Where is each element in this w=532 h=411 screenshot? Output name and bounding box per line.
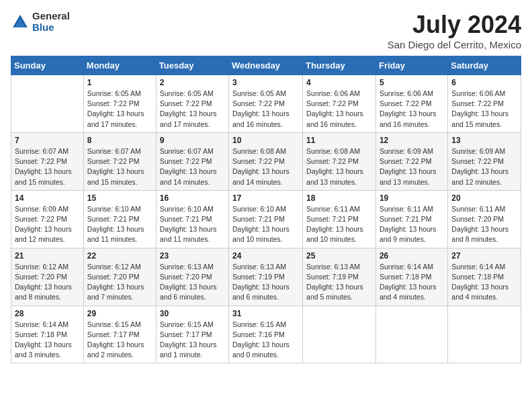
day-info: Sunrise: 6:09 AMSunset: 7:22 PMDaylight:… bbox=[451, 146, 517, 187]
day-number: 14 bbox=[15, 193, 80, 203]
day-number: 22 bbox=[87, 251, 152, 261]
day-number: 21 bbox=[15, 251, 80, 261]
calendar-cell: 27Sunrise: 6:14 AMSunset: 7:18 PMDayligh… bbox=[448, 248, 521, 306]
day-number: 9 bbox=[160, 136, 225, 145]
calendar-cell: 5Sunrise: 6:06 AMSunset: 7:22 PMDaylight… bbox=[375, 75, 447, 133]
day-number: 16 bbox=[160, 193, 225, 203]
day-number: 10 bbox=[232, 136, 299, 145]
calendar-cell: 22Sunrise: 6:12 AMSunset: 7:20 PMDayligh… bbox=[83, 248, 156, 306]
calendar-cell: 20Sunrise: 6:11 AMSunset: 7:20 PMDayligh… bbox=[448, 190, 521, 248]
day-info: Sunrise: 6:14 AMSunset: 7:18 PMDaylight:… bbox=[451, 262, 517, 303]
day-info: Sunrise: 6:15 AMSunset: 7:17 PMDaylight:… bbox=[160, 320, 225, 361]
day-number: 31 bbox=[232, 309, 299, 318]
day-info: Sunrise: 6:11 AMSunset: 7:20 PMDaylight:… bbox=[451, 204, 517, 245]
day-number: 3 bbox=[232, 78, 299, 87]
day-number: 25 bbox=[306, 251, 372, 261]
calendar-cell: 9Sunrise: 6:07 AMSunset: 7:22 PMDaylight… bbox=[156, 132, 228, 190]
calendar-week-row: 7Sunrise: 6:07 AMSunset: 7:22 PMDaylight… bbox=[11, 132, 521, 190]
day-number: 17 bbox=[232, 193, 299, 203]
day-info: Sunrise: 6:11 AMSunset: 7:21 PMDaylight:… bbox=[380, 204, 444, 245]
calendar-cell: 11Sunrise: 6:08 AMSunset: 7:22 PMDayligh… bbox=[303, 132, 376, 190]
month-year: July 2024 bbox=[388, 11, 521, 39]
day-info: Sunrise: 6:08 AMSunset: 7:22 PMDaylight:… bbox=[306, 146, 372, 187]
day-info: Sunrise: 6:13 AMSunset: 7:19 PMDaylight:… bbox=[306, 262, 372, 303]
calendar-header-wednesday: Wednesday bbox=[229, 56, 303, 75]
calendar-header-monday: Monday bbox=[83, 56, 156, 75]
day-info: Sunrise: 6:10 AMSunset: 7:21 PMDaylight:… bbox=[87, 204, 152, 245]
day-info: Sunrise: 6:15 AMSunset: 7:16 PMDaylight:… bbox=[232, 320, 299, 361]
day-info: Sunrise: 6:06 AMSunset: 7:22 PMDaylight:… bbox=[380, 89, 444, 130]
day-number: 12 bbox=[380, 136, 444, 145]
calendar-header-saturday: Saturday bbox=[448, 56, 521, 75]
day-number: 20 bbox=[451, 193, 517, 203]
calendar-cell: 21Sunrise: 6:12 AMSunset: 7:20 PMDayligh… bbox=[11, 248, 84, 306]
day-number: 29 bbox=[87, 309, 152, 318]
calendar-cell: 16Sunrise: 6:10 AMSunset: 7:21 PMDayligh… bbox=[156, 190, 228, 248]
location: San Diego del Cerrito, Mexico bbox=[388, 39, 521, 50]
day-info: Sunrise: 6:09 AMSunset: 7:22 PMDaylight:… bbox=[15, 204, 80, 245]
day-number: 11 bbox=[306, 136, 372, 145]
calendar-cell: 1Sunrise: 6:05 AMSunset: 7:22 PMDaylight… bbox=[83, 75, 156, 133]
calendar-cell: 31Sunrise: 6:15 AMSunset: 7:16 PMDayligh… bbox=[229, 306, 303, 363]
day-number: 2 bbox=[160, 78, 225, 87]
day-info: Sunrise: 6:06 AMSunset: 7:22 PMDaylight:… bbox=[306, 89, 372, 130]
day-number: 23 bbox=[160, 251, 225, 261]
calendar-cell: 8Sunrise: 6:07 AMSunset: 7:22 PMDaylight… bbox=[83, 132, 156, 190]
calendar-cell: 4Sunrise: 6:06 AMSunset: 7:22 PMDaylight… bbox=[303, 75, 376, 133]
day-number: 27 bbox=[451, 251, 517, 261]
day-info: Sunrise: 6:07 AMSunset: 7:22 PMDaylight:… bbox=[160, 146, 225, 187]
day-number: 1 bbox=[87, 78, 152, 87]
calendar-header-thursday: Thursday bbox=[303, 56, 376, 75]
day-info: Sunrise: 6:11 AMSunset: 7:21 PMDaylight:… bbox=[306, 204, 372, 245]
calendar-cell: 7Sunrise: 6:07 AMSunset: 7:22 PMDaylight… bbox=[11, 132, 84, 190]
day-info: Sunrise: 6:07 AMSunset: 7:22 PMDaylight:… bbox=[15, 146, 80, 187]
calendar-cell: 25Sunrise: 6:13 AMSunset: 7:19 PMDayligh… bbox=[303, 248, 376, 306]
day-number: 15 bbox=[87, 193, 152, 203]
day-info: Sunrise: 6:05 AMSunset: 7:22 PMDaylight:… bbox=[232, 89, 299, 130]
day-info: Sunrise: 6:13 AMSunset: 7:19 PMDaylight:… bbox=[232, 262, 299, 303]
day-number: 18 bbox=[306, 193, 372, 203]
calendar-cell: 17Sunrise: 6:10 AMSunset: 7:21 PMDayligh… bbox=[229, 190, 303, 248]
calendar-week-row: 28Sunrise: 6:14 AMSunset: 7:18 PMDayligh… bbox=[11, 306, 521, 363]
day-number: 8 bbox=[87, 136, 152, 145]
day-info: Sunrise: 6:10 AMSunset: 7:21 PMDaylight:… bbox=[160, 204, 225, 245]
logo-blue: Blue bbox=[32, 22, 70, 34]
calendar-header-tuesday: Tuesday bbox=[156, 56, 228, 75]
calendar-cell: 24Sunrise: 6:13 AMSunset: 7:19 PMDayligh… bbox=[229, 248, 303, 306]
day-info: Sunrise: 6:05 AMSunset: 7:22 PMDaylight:… bbox=[160, 89, 225, 130]
calendar-cell: 10Sunrise: 6:08 AMSunset: 7:22 PMDayligh… bbox=[229, 132, 303, 190]
day-info: Sunrise: 6:08 AMSunset: 7:22 PMDaylight:… bbox=[232, 146, 299, 187]
calendar-cell: 13Sunrise: 6:09 AMSunset: 7:22 PMDayligh… bbox=[448, 132, 521, 190]
day-info: Sunrise: 6:15 AMSunset: 7:17 PMDaylight:… bbox=[87, 320, 152, 361]
calendar-header-friday: Friday bbox=[375, 56, 447, 75]
day-info: Sunrise: 6:12 AMSunset: 7:20 PMDaylight:… bbox=[15, 262, 80, 303]
day-number: 13 bbox=[451, 136, 517, 145]
day-number: 4 bbox=[306, 78, 372, 87]
day-number: 19 bbox=[380, 193, 444, 203]
day-info: Sunrise: 6:10 AMSunset: 7:21 PMDaylight:… bbox=[232, 204, 299, 245]
day-number: 24 bbox=[232, 251, 299, 261]
day-number: 26 bbox=[380, 251, 444, 261]
calendar-week-row: 1Sunrise: 6:05 AMSunset: 7:22 PMDaylight… bbox=[11, 75, 521, 133]
calendar-cell: 23Sunrise: 6:13 AMSunset: 7:20 PMDayligh… bbox=[156, 248, 228, 306]
title-block: July 2024 San Diego del Cerrito, Mexico bbox=[388, 11, 521, 50]
calendar-week-row: 14Sunrise: 6:09 AMSunset: 7:22 PMDayligh… bbox=[11, 190, 521, 248]
calendar-cell bbox=[375, 306, 447, 363]
calendar-cell: 6Sunrise: 6:06 AMSunset: 7:22 PMDaylight… bbox=[448, 75, 521, 133]
calendar-cell: 30Sunrise: 6:15 AMSunset: 7:17 PMDayligh… bbox=[156, 306, 228, 363]
calendar-cell bbox=[303, 306, 376, 363]
calendar-cell: 28Sunrise: 6:14 AMSunset: 7:18 PMDayligh… bbox=[11, 306, 84, 363]
day-number: 30 bbox=[160, 309, 225, 318]
day-info: Sunrise: 6:06 AMSunset: 7:22 PMDaylight:… bbox=[451, 89, 517, 130]
calendar-cell: 29Sunrise: 6:15 AMSunset: 7:17 PMDayligh… bbox=[83, 306, 156, 363]
day-number: 28 bbox=[15, 309, 80, 318]
calendar-header-row: SundayMondayTuesdayWednesdayThursdayFrid… bbox=[11, 56, 521, 75]
calendar-cell: 12Sunrise: 6:09 AMSunset: 7:22 PMDayligh… bbox=[375, 132, 447, 190]
day-info: Sunrise: 6:13 AMSunset: 7:20 PMDaylight:… bbox=[160, 262, 225, 303]
day-number: 7 bbox=[15, 136, 80, 145]
calendar-cell bbox=[448, 306, 521, 363]
calendar-cell: 14Sunrise: 6:09 AMSunset: 7:22 PMDayligh… bbox=[11, 190, 84, 248]
logo: General Blue bbox=[11, 11, 70, 33]
day-info: Sunrise: 6:14 AMSunset: 7:18 PMDaylight:… bbox=[15, 320, 80, 361]
calendar-cell bbox=[11, 75, 84, 133]
